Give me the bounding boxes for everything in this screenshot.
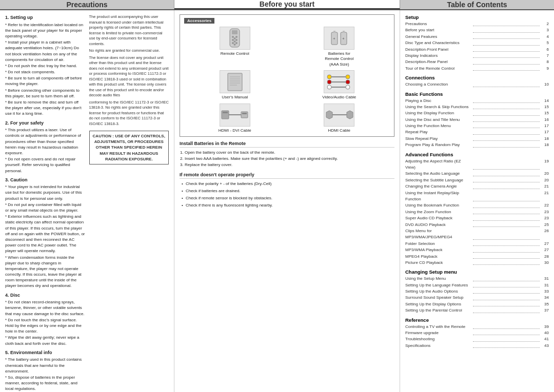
toc-item: Using the Setup Menu31: [405, 276, 549, 282]
toc-item: Setting Up the Audio Options33: [405, 288, 549, 295]
install-step-2: Insert two AAA batteries. Make sure that…: [185, 156, 394, 162]
install-step-1: Open the battery cover on the back of th…: [185, 150, 394, 156]
manual-label: User's Manual: [222, 95, 248, 100]
toc-item: Picture CD Playback30: [405, 260, 549, 266]
toc-item: Setting Up the Display Options35: [405, 301, 549, 307]
manual-icon: [220, 70, 250, 93]
header-before: Before you start: [174, 0, 400, 9]
toc-item: Folder Selection27: [405, 241, 549, 247]
toc-section-setup: Setup Precautions2 Before you start3 Gen…: [405, 14, 549, 72]
svg-rect-52: [333, 31, 335, 33]
install-batteries-section: Install Batteries in the Remote Open the…: [180, 141, 394, 168]
toc-item: MP3/WMA Playback27: [405, 247, 549, 253]
toc-advanced-title: Advanced Functions: [405, 152, 549, 157]
toc-item: Setting Up the Language Features31: [405, 282, 549, 288]
toc-connections-title: Connections: [405, 75, 549, 80]
toc-item: Selecting the Subtitle Language20: [405, 177, 549, 183]
remote-step-2: Check if batteries are drained.: [182, 188, 394, 194]
before-column: Accessories: [174, 10, 400, 392]
remote-step-1: Check the polarity + - of the batteries …: [182, 181, 394, 187]
toc-item: Description-Front Panel6: [405, 47, 549, 53]
toc-item: Using the Zoom Function23: [405, 209, 549, 215]
svg-point-71: [346, 85, 350, 89]
toc-item: Slow Repeat Play18: [405, 136, 549, 142]
svg-text:+: +: [333, 36, 335, 41]
precautions-section-1-title: 1. Setting up: [5, 14, 85, 21]
svg-point-64: [327, 80, 331, 84]
toc-basic-title: Basic Functions: [405, 91, 549, 97]
hdmi-label: HDMI Cable: [328, 128, 350, 133]
before-title: Before you start: [260, 0, 314, 8]
accessory-av-cable: Video/Audio Cable: [289, 70, 390, 100]
batteries-icon: + +: [324, 27, 354, 50]
svg-point-48: [235, 42, 238, 44]
toc-item: Disc Type and Characteristics5: [405, 40, 549, 46]
hdmi-icon: [324, 104, 354, 127]
toc-item: Selecting the Audio Language20: [405, 171, 549, 177]
toc-item: Using the Instant Replay/Skip Function21: [405, 190, 549, 203]
toc-reference-title: Reference: [405, 317, 549, 323]
toc-item: MPEG4 Playback28: [405, 254, 549, 260]
toc-item: Clips Menu for MP3/WMA/JPEG/MPEG426: [405, 228, 549, 241]
toc-section-connections: Connections Choosing a Connection10: [405, 75, 549, 88]
toc-setup-title: Setup: [405, 14, 549, 20]
toc-item: Precautions2: [405, 21, 549, 27]
header-toc: Table of Contents: [400, 0, 554, 9]
toc-item: Troubleshooting41: [405, 336, 549, 342]
svg-point-44: [232, 39, 234, 41]
toc-item: Specifications43: [405, 343, 549, 349]
toc-item: Changing the Camera Angle21: [405, 183, 549, 190]
toc-item: DVD AUDIO Playback25: [405, 222, 549, 228]
batteries-label: Batteries forRemote Control(AAA Size): [325, 51, 353, 67]
toc-item: Tour of the Remote Control9: [405, 66, 549, 72]
toc-item: Super Audio CD Playback23: [405, 215, 549, 221]
av-cable-label: Video/Audio Cable: [322, 95, 356, 100]
accessories-box: Accessories: [180, 14, 394, 137]
toc-item: Playing a Disc14: [405, 98, 549, 104]
accessory-manual: User's Manual: [184, 70, 286, 100]
svg-rect-41: [232, 30, 238, 34]
accessory-hdmi-dvi: HDMI - DVI Cable: [184, 104, 286, 133]
svg-point-69: [346, 75, 350, 79]
toc-item: Controlling a TV with the Remote39: [405, 324, 549, 330]
toc-item: Description-Rear Panel8: [405, 59, 549, 65]
toc-item: Using the Function Menu17: [405, 123, 549, 129]
toc-section-advanced: Advanced Functions Adjusting the Aspect …: [405, 152, 549, 266]
remote-step-4: Check if there is any fluorescent lighti…: [182, 202, 394, 209]
toc-title: Table of Contents: [447, 1, 507, 9]
install-title: Install Batteries in the Remote: [180, 141, 394, 148]
toc-item: General Features4: [405, 34, 549, 40]
svg-point-47: [232, 42, 234, 44]
remote-icon: [220, 27, 250, 50]
accessory-batteries: + + Batteries forRemote Control(AAA Size…: [289, 27, 390, 67]
toc-item: Surround Sound Speaker Setup34: [405, 295, 549, 301]
svg-rect-76: [242, 113, 247, 114]
accessory-remote: Remote Control: [184, 27, 286, 67]
precautions-section-3-title: 3. Caution: [5, 177, 85, 183]
toc-item: Program Play & Random Play18: [405, 142, 549, 148]
hdmi-dvi-label: HDMI - DVI Cable: [219, 128, 251, 133]
remote-troubleshoot-section: If remote doesn't operate properly Check…: [180, 172, 394, 209]
remote-troubleshoot-title: If remote doesn't operate properly: [180, 172, 394, 179]
remote-steps-list: Check the polarity + - of the batteries …: [180, 181, 394, 209]
svg-point-49: [234, 40, 236, 43]
toc-item: Firmware upgrade40: [405, 330, 549, 336]
precautions-section-4-title: 4. Disc: [5, 292, 85, 299]
precautions-section-5-title: 5. Environmental info: [5, 349, 85, 356]
toc-item: Adjusting the Aspect Ratio (EZ View)19: [405, 158, 549, 171]
toc-section-basic: Basic Functions Playing a Disc14 Using t…: [405, 91, 549, 149]
accessory-hdmi: HDMI Cable: [289, 104, 390, 133]
hdmi-dvi-icon: [220, 104, 250, 127]
svg-point-45: [235, 39, 238, 41]
install-step-3: Replace the battery cover.: [185, 162, 394, 168]
toc-item: Setting Up the Parental Control37: [405, 307, 549, 314]
main-content: 1. Setting up * Refer to the identificat…: [0, 9, 554, 392]
toc-item: Repeat Play17: [405, 129, 549, 135]
av-cable-icon: [324, 70, 354, 93]
remote-label: Remote Control: [221, 51, 249, 56]
accessories-title: Accessories: [184, 18, 214, 24]
toc-item: Before you start3: [405, 27, 549, 33]
accessories-grid: Remote Control + + Batterie: [184, 27, 390, 133]
toc-item: Using the Disc and Title Menu16: [405, 117, 549, 123]
toc-column: Setup Precautions2 Before you start3 Gen…: [400, 10, 554, 392]
